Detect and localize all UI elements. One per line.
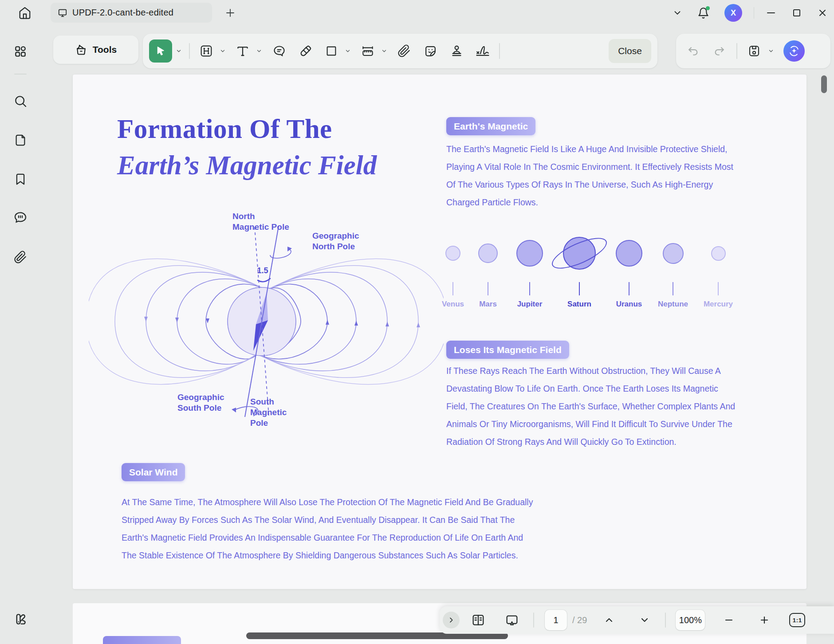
- sidebar-item-attachments[interactable]: [12, 248, 29, 266]
- previous-page-button[interactable]: [600, 611, 618, 629]
- planet-uranus: Uranus: [605, 225, 653, 309]
- zoom-in-button[interactable]: [755, 611, 773, 629]
- presentation-button[interactable]: [503, 611, 521, 629]
- select-cursor-icon: [155, 45, 166, 57]
- redo-button[interactable]: [710, 41, 729, 61]
- vertical-scrollbar[interactable]: [821, 75, 827, 93]
- select-tool-button[interactable]: [149, 39, 172, 63]
- page-thumbnails-icon: [14, 134, 27, 147]
- stamp-tool-button[interactable]: [447, 41, 466, 61]
- undo-button[interactable]: [683, 41, 703, 61]
- new-tab-button[interactable]: [224, 7, 236, 19]
- search-icon: [13, 94, 28, 108]
- maximize-button[interactable]: [791, 8, 802, 18]
- paragraph-loses-magnetic-field: If These Rays Reach The Earth Without Ob…: [446, 362, 757, 451]
- zoom-out-button[interactable]: [720, 611, 738, 629]
- sidebar-item-pages[interactable]: [12, 131, 29, 149]
- planet-label: Uranus: [616, 300, 642, 309]
- badge-solar-wind: Solar Wind: [122, 463, 185, 481]
- history-toolbar: [676, 34, 830, 68]
- badge-loses-magnetic-field: Loses Its Magnetic Field: [446, 341, 569, 359]
- planet-circle: [711, 246, 726, 261]
- planet-label: Mercury: [704, 300, 733, 309]
- planet-label: Venus: [442, 300, 464, 309]
- measure-icon: [361, 44, 375, 58]
- close-icon: [817, 8, 828, 18]
- measure-tool-button[interactable]: [358, 41, 378, 61]
- sidebar: [0, 26, 41, 644]
- next-page-button[interactable]: [636, 611, 653, 629]
- select-tool-caret[interactable]: [175, 47, 182, 55]
- doc-title-line2: Earth’s Magnetic Field: [117, 150, 377, 181]
- heading-icon: [199, 44, 213, 58]
- planet-tick: [488, 282, 488, 295]
- planet-label: Mars: [479, 300, 497, 309]
- swatches-icon: [13, 612, 28, 627]
- display-icon: [58, 8, 67, 18]
- planet-neptune: Neptune: [649, 225, 697, 309]
- planet-tick: [629, 282, 629, 295]
- actual-size-button[interactable]: 1:1: [789, 613, 805, 627]
- chevron-down-icon: [673, 8, 682, 18]
- page-number-input[interactable]: 1: [545, 610, 567, 630]
- sidebar-item-bookmarks[interactable]: [12, 170, 29, 188]
- label-south-magnetic-pole: South Magnetic Pole: [250, 397, 287, 428]
- expand-bar-button[interactable]: [443, 612, 460, 628]
- minimize-button[interactable]: [766, 8, 776, 18]
- apps-grid-icon: [13, 44, 28, 59]
- save-icon: [747, 44, 761, 58]
- comments-icon: [13, 210, 28, 224]
- bookmark-icon: [14, 173, 27, 186]
- bottom-bar-divider: [665, 613, 666, 628]
- shape-tool-button[interactable]: [322, 41, 341, 61]
- sticker-tool-button[interactable]: [421, 41, 440, 61]
- highlighter-tool-button[interactable]: [295, 41, 315, 61]
- toolbar-divider: [736, 43, 737, 59]
- measure-tool-caret[interactable]: [381, 47, 388, 55]
- text-tool-caret[interactable]: [256, 47, 263, 55]
- sidebar-item-search[interactable]: [12, 92, 29, 110]
- tools-button[interactable]: Tools: [53, 35, 138, 64]
- attach-tool-button[interactable]: [394, 41, 414, 61]
- text-tool-button[interactable]: [233, 41, 252, 61]
- comment-tool-button[interactable]: [269, 41, 289, 61]
- planet-mercury: Mercury: [694, 225, 743, 309]
- sticker-icon: [424, 44, 437, 58]
- sidebar-item-swatches[interactable]: [12, 610, 29, 628]
- pdf-page-1[interactable]: Formation Of The Earth’s Magnetic Field: [73, 75, 806, 589]
- signature-tool-button[interactable]: [473, 41, 492, 61]
- zoom-out-icon: [724, 615, 734, 625]
- avatar[interactable]: X: [724, 4, 742, 22]
- save-button[interactable]: [744, 41, 764, 61]
- notifications-button[interactable]: [697, 7, 709, 19]
- zoom-in-icon: [759, 615, 770, 625]
- undo-icon: [687, 45, 699, 57]
- paragraph-solar-wind: At The Same Time, The Atmosphere Will Al…: [122, 493, 565, 564]
- titlebar-dropdown-button[interactable]: [673, 8, 682, 18]
- close-window-button[interactable]: [817, 8, 828, 18]
- bottom-bar: 1 / 29 100% 1:1: [440, 606, 834, 634]
- reading-view-button[interactable]: [469, 611, 487, 629]
- planet-circle: [478, 243, 498, 263]
- sidebar-item-comments[interactable]: [12, 208, 29, 226]
- attachments-icon: [14, 251, 27, 264]
- close-mode-button[interactable]: Close: [609, 39, 651, 63]
- heading-tool-caret[interactable]: [219, 47, 226, 55]
- chevron-down-icon: [639, 615, 650, 625]
- document-tab[interactable]: UPDF-2.0-cant-be-edited: [51, 3, 212, 23]
- stamp-icon: [450, 44, 464, 58]
- zoom-level-input[interactable]: 100%: [676, 610, 705, 630]
- ai-assistant-button[interactable]: [783, 40, 805, 62]
- toolbar-divider: [499, 43, 500, 59]
- heading-tool-button[interactable]: [197, 41, 216, 61]
- home-icon: [18, 6, 31, 20]
- attach-icon: [397, 44, 411, 58]
- tools-label: Tools: [93, 44, 117, 55]
- save-caret[interactable]: [767, 47, 775, 55]
- home-button[interactable]: [17, 5, 33, 21]
- updf-app-window: { "colors": { "accent_purple": "#6b68dc"…: [0, 0, 834, 644]
- sidebar-item-thumbnails-grid[interactable]: [12, 43, 29, 60]
- comment-icon: [272, 44, 286, 58]
- titlebar: UPDF-2.0-cant-be-edited X: [0, 0, 834, 26]
- shape-tool-caret[interactable]: [344, 47, 351, 55]
